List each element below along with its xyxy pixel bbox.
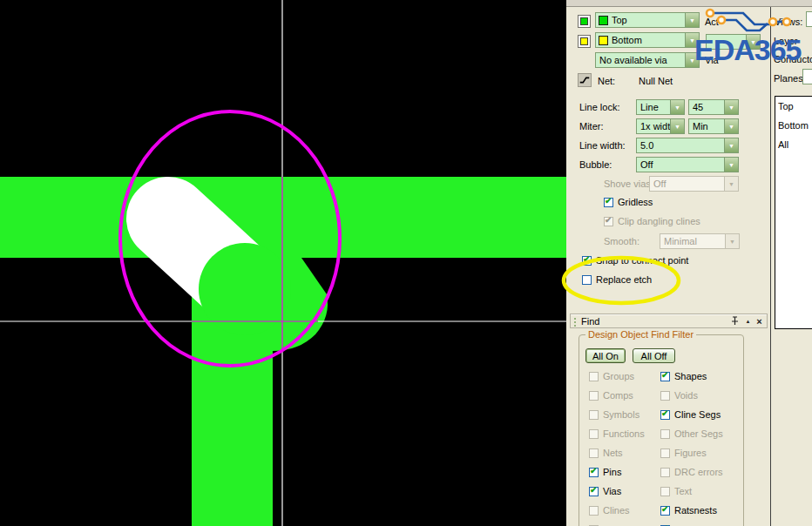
alt-small-combo[interactable]: ▼	[706, 34, 761, 50]
views-list-item[interactable]: Bottom	[775, 116, 812, 135]
find-filter-clines: Clines	[589, 501, 659, 520]
chevron-down-icon[interactable]: ▼	[724, 138, 738, 152]
chevron-down-icon[interactable]: ▼	[724, 119, 738, 133]
layer-label: Layer	[774, 36, 798, 46]
active-layer-combo[interactable]: Top ▼	[595, 12, 700, 28]
find-filter-vias[interactable]: ✔Vias	[589, 482, 659, 501]
checkbox	[589, 429, 599, 439]
checkbox	[660, 391, 670, 401]
replace-etch-label: Replace etch	[596, 274, 652, 285]
chevron-down-icon[interactable]: ▼	[685, 33, 699, 47]
bubble-label: Bubble:	[579, 159, 612, 170]
line-width-combo[interactable]: 5.0 ▼	[636, 138, 739, 153]
chevron-down-icon: ▼	[725, 234, 739, 248]
find-filter-group-title: Design Object Find Filter	[585, 329, 696, 340]
views-list-item[interactable]: Top	[775, 97, 812, 116]
snap-to-connect-point-checkbox[interactable]: ✔ Snap to connect point	[582, 253, 688, 267]
grip-dots-icon	[574, 318, 576, 320]
find-filter-pins[interactable]: ✔Pins	[589, 462, 659, 482]
smooth-combo: Minimal ▼	[660, 233, 740, 249]
chevron-down-icon[interactable]: ▼	[746, 35, 760, 49]
pin-icon[interactable]	[729, 315, 741, 327]
checkbox[interactable]: ✔	[660, 372, 670, 381]
checkbox[interactable]	[582, 275, 592, 285]
collapse-icon[interactable]: ▲	[742, 315, 754, 327]
find-filter-voids: Voids	[660, 386, 730, 405]
miter-size-combo[interactable]: 1x width ▼	[636, 118, 685, 134]
checkbox[interactable]: ✔	[589, 468, 599, 477]
conductor-label: Conductor	[774, 54, 812, 64]
miter-min-combo[interactable]: Min ▼	[688, 118, 739, 134]
find-filter-functions: Functions	[589, 424, 659, 443]
chevron-down-icon[interactable]: ▼	[724, 100, 738, 114]
views-list-item[interactable]: All	[775, 135, 812, 154]
find-filter-label: Figures	[674, 448, 707, 458]
checkbox[interactable]: ✔	[589, 487, 599, 496]
find-filter-cut[interactable]: ✔	[660, 520, 730, 526]
net-label: Net:	[598, 76, 615, 86]
pcb-canvas[interactable]	[0, 0, 566, 526]
shove-vias-label: Shove vias:	[604, 179, 653, 189]
find-filter-label: Other Segs	[674, 428, 723, 439]
panel-top-strip	[566, 0, 812, 7]
trace-horizontal[interactable]	[0, 177, 566, 258]
top-layer-swatch-icon	[599, 16, 608, 25]
views-combo-cut[interactable]	[806, 11, 812, 27]
checkbox	[660, 429, 670, 439]
line-lock-angle-combo[interactable]: 45 ▼	[688, 99, 739, 115]
checkbox	[589, 448, 599, 458]
find-filter-groups: Groups	[589, 367, 659, 386]
find-filter-label: Pins	[603, 467, 621, 477]
layer-swatch-bottom-button[interactable]	[578, 35, 591, 48]
planes-label: Planes	[774, 73, 803, 84]
via-label: Via	[705, 55, 719, 65]
alternate-layer-combo[interactable]: Bottom ▼	[595, 32, 700, 48]
find-filter-label: Text	[674, 486, 692, 496]
checkbox[interactable]: ✔	[660, 506, 670, 516]
checkbox[interactable]: ✔	[660, 410, 670, 420]
all-off-button[interactable]: All Off	[633, 348, 675, 363]
chevron-down-icon[interactable]: ▼	[670, 119, 684, 133]
find-filter-label: Vias	[603, 486, 621, 496]
views-listbox[interactable]: TopBottomAll	[775, 96, 812, 329]
find-filter-figures: Figures	[660, 443, 730, 462]
find-filter-column-right: ✔ShapesVoids✔Cline SegsOther SegsFigures…	[660, 367, 730, 526]
chevron-down-icon[interactable]: ▼	[685, 53, 699, 67]
chevron-down-icon[interactable]: ▼	[724, 158, 738, 172]
via-combo[interactable]: No available via ▼	[595, 52, 700, 68]
find-filter-label: Cline Segs	[674, 409, 721, 420]
find-filter-label: Groups	[603, 371, 634, 381]
clip-dangling-clines-label: Clip dangling clines	[618, 216, 700, 226]
find-filter-shapes[interactable]: ✔Shapes	[660, 367, 730, 386]
planes-checkbox-cut[interactable]	[802, 69, 812, 84]
checkbox[interactable]: ✔	[604, 198, 613, 207]
checkbox[interactable]: ✔	[582, 256, 592, 266]
find-filter-ratsnests[interactable]: ✔Ratsnests	[660, 501, 730, 520]
replace-etch-checkbox[interactable]: Replace etch	[582, 273, 652, 287]
line-width-label: Line width:	[579, 140, 626, 151]
snap-to-connect-point-label: Snap to connect point	[596, 255, 688, 266]
chevron-down-icon: ▼	[724, 177, 738, 191]
layer-swatch-top-button[interactable]	[578, 15, 591, 28]
line-lock-style-combo[interactable]: Line ▼	[636, 99, 685, 115]
find-filter-cline-segs[interactable]: ✔Cline Segs	[660, 405, 730, 424]
chevron-down-icon[interactable]: ▼	[685, 13, 699, 27]
chevron-down-icon[interactable]: ▼	[670, 100, 684, 114]
find-filter-label: Comps	[603, 390, 633, 401]
gridless-label: Gridless	[618, 197, 653, 207]
find-filter-cut	[589, 520, 659, 526]
find-panel-titlebar[interactable]: Find ▲ ×	[570, 314, 768, 328]
bubble-combo[interactable]: Off ▼	[636, 157, 739, 172]
checkbox	[589, 372, 599, 381]
close-icon[interactable]: ×	[754, 315, 765, 327]
act-label: Act	[705, 17, 719, 27]
bottom-layer-color	[580, 37, 588, 45]
gridless-checkbox[interactable]: ✔ Gridless	[604, 195, 653, 209]
find-filter-text: Text	[660, 482, 730, 501]
views-label: Views:	[775, 17, 802, 27]
miter-label: Miter:	[579, 121, 604, 132]
checkbox	[660, 468, 670, 477]
all-on-button[interactable]: All On	[585, 348, 626, 363]
find-filter-label: Ratsnests	[674, 505, 717, 516]
find-filter-label: Functions	[603, 428, 645, 439]
